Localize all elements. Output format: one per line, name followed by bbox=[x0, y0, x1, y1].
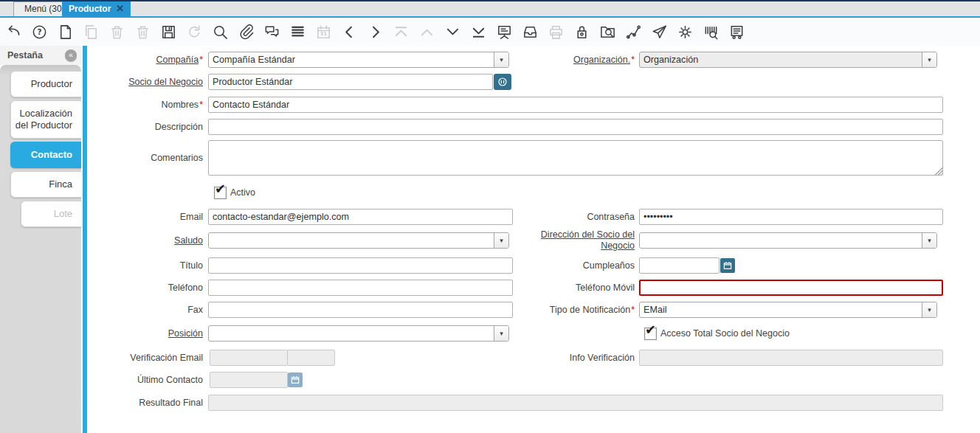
acceso-total-checkbox[interactable]: ✔ bbox=[644, 328, 657, 340]
svg-text:?: ? bbox=[37, 27, 41, 36]
cumpleanos-input[interactable] bbox=[639, 257, 720, 274]
chat-icon[interactable] bbox=[263, 24, 280, 41]
product-info-icon[interactable] bbox=[703, 24, 720, 41]
telefono-movil-input[interactable] bbox=[639, 280, 943, 296]
compania-input[interactable] bbox=[209, 52, 494, 67]
contrasena-label: Contraseña bbox=[531, 209, 635, 225]
application-window: Menú (30) Productor ✕ ?31 Pestaña « Prod… bbox=[0, 0, 980, 433]
compania-label: Compañía* bbox=[87, 52, 203, 68]
next-record-icon[interactable] bbox=[367, 24, 384, 41]
new-record-icon[interactable] bbox=[57, 24, 74, 41]
undo-icon[interactable] bbox=[5, 24, 22, 41]
titulo-input[interactable] bbox=[208, 257, 513, 274]
sidebar-title: Pestaña bbox=[7, 50, 65, 60]
tipo-notificacion-input[interactable] bbox=[640, 302, 922, 317]
sidebar-tab-localizacion-del-productor[interactable]: Localización del Productor bbox=[10, 100, 81, 139]
toolbar: ?31 bbox=[0, 18, 980, 46]
saludo-dropdown-icon[interactable]: ▾ bbox=[494, 233, 508, 248]
verificacion-email-input-1 bbox=[210, 350, 288, 366]
contrasena-input[interactable] bbox=[639, 209, 943, 225]
refresh-icon bbox=[186, 24, 203, 41]
titulo-label: Título bbox=[87, 257, 203, 274]
report-icon[interactable] bbox=[728, 24, 745, 41]
activo-checkbox[interactable]: ✔ bbox=[214, 187, 227, 199]
sidebar-tab-productor[interactable]: Productor bbox=[10, 71, 81, 97]
resultado-final-input bbox=[208, 395, 943, 411]
business-partner-info-button[interactable] bbox=[494, 74, 511, 90]
direccion-label: Dirección del Socio del Negocio bbox=[531, 229, 635, 252]
whiteboard-icon[interactable] bbox=[496, 24, 513, 41]
cumpleanos-calendar-button[interactable] bbox=[720, 258, 735, 273]
collapse-sidebar-icon[interactable]: « bbox=[65, 49, 77, 61]
find-icon[interactable] bbox=[212, 24, 229, 41]
socio-input[interactable] bbox=[208, 74, 493, 90]
ultimo-contacto-label: Último Contacto bbox=[87, 372, 203, 388]
info-verificacion-label: Info Verificación bbox=[531, 350, 635, 366]
tipo-notificacion-dropdown-icon[interactable]: ▾ bbox=[922, 302, 936, 317]
tipo-notificacion-label: Tipo de Notificación* bbox=[531, 302, 635, 318]
organizacion-dropdown-icon[interactable]: ▾ bbox=[922, 52, 936, 67]
sidebar-tab-list: ProductorLocalización del ProductorConta… bbox=[0, 65, 81, 433]
organizacion-label: Organización.* bbox=[531, 52, 635, 68]
direccion-dropdown-icon[interactable]: ▾ bbox=[922, 233, 936, 248]
socio-label: Socio del Negocio bbox=[87, 74, 203, 90]
descripcion-input[interactable] bbox=[208, 119, 943, 135]
calendar-icon: 31 bbox=[315, 24, 332, 41]
fax-label: Fax bbox=[87, 302, 203, 318]
business-partner-info-icon bbox=[497, 76, 508, 88]
print-icon bbox=[548, 24, 565, 41]
detail-record-icon[interactable] bbox=[444, 24, 461, 41]
zoom-across-icon[interactable] bbox=[599, 24, 616, 41]
email-input[interactable] bbox=[208, 209, 513, 225]
help-icon[interactable]: ? bbox=[31, 24, 48, 41]
posicion-select[interactable]: ▾ bbox=[208, 325, 509, 342]
saludo-select[interactable]: ▾ bbox=[208, 232, 509, 249]
delete-record-icon bbox=[108, 24, 125, 41]
svg-text:31: 31 bbox=[320, 31, 328, 37]
attachment-icon[interactable] bbox=[238, 24, 255, 41]
nombres-label: Nombres* bbox=[87, 97, 203, 113]
delete-selection-icon bbox=[134, 24, 151, 41]
telefono-input[interactable] bbox=[208, 280, 513, 296]
sidebar-tab-contacto[interactable]: Contacto bbox=[10, 142, 81, 168]
save-icon[interactable] bbox=[160, 24, 177, 41]
sidebar-tab-finca[interactable]: Finca bbox=[10, 171, 81, 198]
ultimo-contacto-calendar-button bbox=[288, 373, 303, 387]
fax-input[interactable] bbox=[208, 302, 513, 318]
verificacion-email-input-2 bbox=[287, 350, 335, 366]
email-label: Email bbox=[87, 209, 203, 225]
verificacion-email-label: Verificación Email bbox=[87, 350, 203, 366]
organizacion-select[interactable]: ▾ bbox=[639, 52, 937, 68]
preferences-icon[interactable] bbox=[677, 24, 694, 41]
previous-record-icon[interactable] bbox=[341, 24, 358, 41]
acceso-total-label: Acceso Total Socio del Negocio bbox=[660, 325, 790, 342]
parent-record-icon bbox=[418, 24, 435, 41]
sidebar-tab-lote: Lote bbox=[21, 201, 81, 227]
telefono-label: Teléfono bbox=[87, 280, 203, 296]
workflow-icon[interactable] bbox=[625, 24, 642, 41]
direccion-select[interactable]: ▾ bbox=[639, 232, 937, 249]
private-record-lock-icon[interactable] bbox=[573, 24, 590, 41]
tipo-notificacion-select[interactable]: ▾ bbox=[639, 302, 937, 318]
saludo-input[interactable] bbox=[209, 233, 494, 248]
ultimo-contacto-input bbox=[210, 372, 288, 388]
grid-toggle-icon[interactable] bbox=[289, 24, 306, 41]
tab-sidebar: Pestaña « ProductorLocalización del Prod… bbox=[0, 46, 81, 433]
sidebar-header: Pestaña « bbox=[0, 46, 81, 65]
descripcion-label: Descripción bbox=[87, 119, 203, 135]
direccion-input[interactable] bbox=[640, 233, 922, 248]
compania-select[interactable]: ▾ bbox=[208, 52, 509, 68]
posicion-dropdown-icon[interactable]: ▾ bbox=[494, 326, 508, 341]
send-mail-icon[interactable] bbox=[651, 24, 668, 41]
tab-productor[interactable]: Productor ✕ bbox=[62, 1, 131, 16]
resize-handle-icon[interactable] bbox=[935, 167, 942, 175]
nombres-input[interactable] bbox=[208, 97, 943, 113]
posicion-input[interactable] bbox=[209, 326, 494, 341]
last-record-icon[interactable] bbox=[470, 24, 487, 41]
organizacion-input bbox=[640, 52, 922, 67]
info-verificacion-input bbox=[639, 350, 943, 366]
close-tab-icon[interactable]: ✕ bbox=[116, 1, 124, 16]
archive-icon[interactable] bbox=[522, 24, 539, 41]
compania-dropdown-icon[interactable]: ▾ bbox=[494, 52, 508, 67]
comentarios-textarea[interactable] bbox=[208, 140, 943, 176]
